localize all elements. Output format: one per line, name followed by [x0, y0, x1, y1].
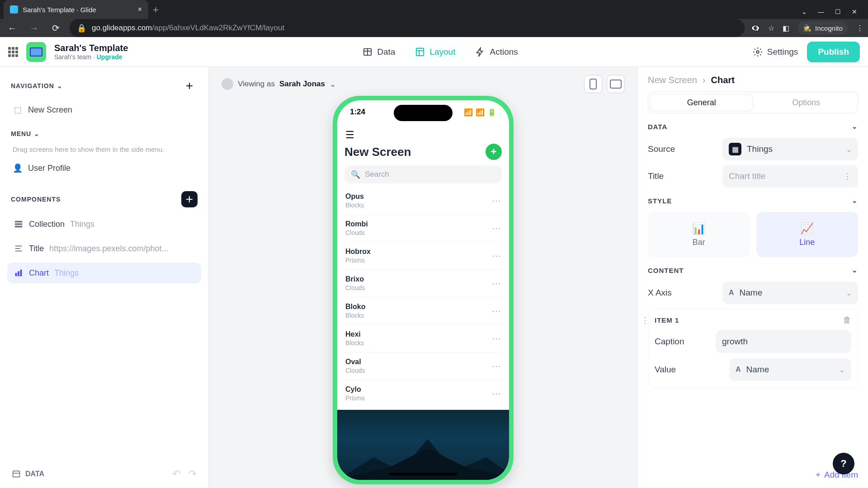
chart-icon — [14, 268, 24, 278]
more-icon[interactable]: ⋯ — [492, 305, 501, 316]
list-item[interactable]: RombiClouds⋯ — [344, 215, 502, 242]
status-icons: 📶📶🔋 — [464, 108, 496, 117]
list-item-subtitle: Blocks — [345, 312, 365, 319]
component-chart[interactable]: Chart Things — [7, 263, 201, 283]
content-section-header[interactable]: CONTENT⌄ — [648, 263, 858, 277]
apps-grid-icon[interactable] — [8, 47, 18, 57]
bolt-icon — [475, 47, 485, 57]
svg-rect-3 — [416, 48, 424, 56]
list-item-title: Hexi — [345, 330, 364, 338]
kebab-icon[interactable]: ⋮ — [856, 24, 863, 33]
more-icon[interactable]: ⋯ — [492, 333, 501, 344]
list-item-subtitle: Blocks — [345, 339, 364, 347]
close-icon[interactable]: × — [138, 5, 142, 14]
style-section-header[interactable]: STYLE⌄ — [648, 194, 858, 207]
item-1-card: ⋮ ITEM 1 🗑 Caption growth Value — [648, 309, 858, 388]
breadcrumb: New Screen › Chart — [648, 75, 858, 85]
list-item[interactable]: HexiBlocks⋯ — [344, 325, 502, 352]
components-section-label: COMPONENTS — [11, 196, 61, 203]
upgrade-link[interactable]: Upgrade — [97, 53, 123, 61]
kebab-icon[interactable]: ⋮ — [843, 171, 852, 182]
xaxis-select[interactable]: A Name ⌄ — [722, 282, 858, 304]
extensions-icon[interactable]: ◧ — [783, 24, 789, 33]
title-input[interactable]: Chart title ⋮ — [722, 165, 858, 188]
item-1-label: ITEM 1 — [655, 316, 679, 324]
breadcrumb-parent[interactable]: New Screen — [648, 75, 697, 85]
tab-data[interactable]: Data — [354, 42, 403, 61]
caption-input[interactable]: growth — [716, 330, 851, 353]
menu-section-label[interactable]: MENU ⌄ — [11, 130, 40, 137]
list-item-title: Opus — [345, 192, 364, 201]
source-select[interactable]: ▦ Things ⌄ — [722, 138, 858, 160]
search-input[interactable]: 🔍 Search — [344, 165, 502, 183]
data-nav-button[interactable]: DATA — [12, 469, 44, 479]
component-title[interactable]: Title https://images.pexels.com/phot... — [7, 238, 201, 259]
list-icon — [14, 219, 24, 229]
project-subtitle: Sarah's team · Upgrade — [54, 53, 128, 61]
line-chart-icon: 📈 — [800, 222, 814, 235]
add-item-button[interactable]: + Add item — [648, 465, 858, 484]
tab-options[interactable]: Options — [755, 92, 858, 113]
chevron-down-icon[interactable]: ⌄ — [802, 8, 807, 15]
list-item[interactable]: HobroxPrisms⋯ — [344, 242, 502, 270]
back-button[interactable]: ← — [5, 20, 20, 36]
list-item-subtitle: Clouds — [345, 367, 365, 374]
app-logo[interactable] — [26, 42, 46, 62]
reload-button[interactable]: ⟳ — [48, 20, 63, 36]
eye-off-icon[interactable]: 👁‍🗨 — [751, 24, 760, 33]
minimize-icon[interactable]: — — [818, 8, 824, 15]
more-icon[interactable]: ⋯ — [492, 278, 501, 289]
tab-layout[interactable]: Layout — [407, 42, 463, 61]
new-tab-button[interactable]: + — [148, 1, 163, 19]
browser-tab[interactable]: Sarah's Template · Glide × — [4, 0, 148, 19]
bar-chart-icon: 📊 — [692, 222, 706, 235]
redo-button[interactable]: ↷ — [189, 468, 197, 480]
help-button[interactable]: ? — [833, 453, 854, 474]
list-item[interactable]: OvalClouds⋯ — [344, 352, 502, 380]
nav-item-new-screen[interactable]: ⬚ New Screen — [7, 100, 201, 119]
tab-actions[interactable]: Actions — [467, 42, 526, 61]
close-window-icon[interactable]: ✕ — [852, 8, 857, 15]
device-phone-button[interactable] — [584, 75, 602, 93]
viewing-as-selector[interactable]: Viewing as Sarah Jonas ⌄ — [222, 78, 336, 90]
component-collection[interactable]: Collection Things — [7, 214, 201, 235]
add-component-button[interactable]: + — [181, 191, 198, 207]
device-tablet-button[interactable] — [607, 75, 625, 93]
add-screen-button[interactable]: + — [181, 78, 198, 94]
more-icon[interactable]: ⋯ — [492, 250, 501, 261]
address-bar[interactable]: 🔒 go.glideapps.com/app/6ahxeVLdKaw2RkZwY… — [70, 19, 745, 37]
tablet-icon — [610, 80, 622, 89]
list-item[interactable]: CyloPrisms⋯ — [344, 380, 502, 407]
undo-button[interactable]: ↶ — [172, 468, 180, 480]
list-item[interactable]: BlokoBlocks⋯ — [344, 297, 502, 325]
tab-general[interactable]: General — [650, 94, 753, 111]
navigation-section-label[interactable]: NAVIGATION ⌄ — [11, 82, 63, 89]
phone-icon — [590, 79, 597, 89]
data-section-header[interactable]: DATA⌄ — [648, 120, 858, 133]
star-icon[interactable]: ☆ — [768, 24, 774, 33]
add-button[interactable]: + — [486, 144, 502, 160]
value-select[interactable]: A Name ⌄ — [729, 358, 851, 381]
maximize-icon[interactable]: ☐ — [835, 8, 841, 15]
nav-item-user-profile[interactable]: 👤 User Profile — [7, 159, 201, 178]
plus-icon: + — [816, 470, 821, 480]
hamburger-icon[interactable]: ☰ — [345, 129, 501, 141]
style-line-option[interactable]: 📈 Line — [756, 212, 859, 257]
more-icon[interactable]: ⋯ — [492, 361, 501, 371]
more-icon[interactable]: ⋯ — [492, 195, 501, 206]
list-item[interactable]: OpusBlocks⋯ — [344, 187, 502, 215]
style-bar-option[interactable]: 📊 Bar — [648, 212, 750, 257]
more-icon[interactable]: ⋯ — [492, 223, 501, 234]
chevron-down-icon: ⌄ — [852, 197, 858, 205]
delete-item-button[interactable]: 🗑 — [843, 315, 851, 325]
more-icon[interactable]: ⋯ — [492, 388, 501, 399]
list-item-subtitle: Prisms — [345, 257, 371, 264]
forward-button[interactable]: → — [26, 20, 42, 36]
chevron-down-icon: ⌄ — [852, 122, 858, 131]
incognito-badge[interactable]: 🕵️ Incognito — [797, 21, 848, 35]
list-item[interactable]: BrixoClouds⋯ — [344, 270, 502, 297]
settings-button[interactable]: Settings — [753, 47, 798, 57]
publish-button[interactable]: Publish — [807, 42, 860, 62]
drag-handle-icon[interactable]: ⋮ — [641, 315, 649, 325]
source-label: Source — [648, 144, 675, 154]
